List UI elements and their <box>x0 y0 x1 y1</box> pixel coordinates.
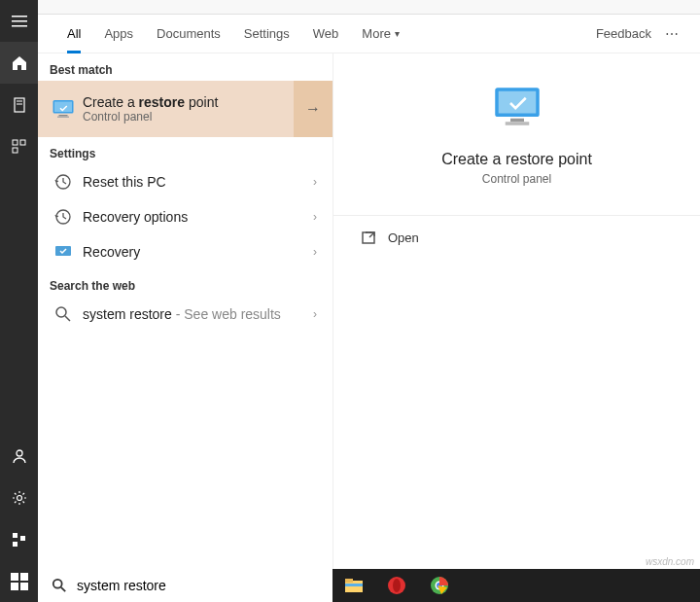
preview-subtitle: Control panel <box>482 172 551 186</box>
svg-rect-16 <box>11 583 18 590</box>
svg-rect-12 <box>20 536 25 541</box>
tab-more[interactable]: More ▾ <box>350 15 410 53</box>
result-web-search[interactable]: system restore - See web results › <box>38 297 332 332</box>
tab-settings[interactable]: Settings <box>232 15 301 53</box>
monitor-icon <box>50 97 77 121</box>
result-recovery[interactable]: Recovery › <box>38 234 332 269</box>
svg-point-25 <box>56 307 66 317</box>
apps-icon[interactable] <box>0 125 38 167</box>
history-icon <box>50 208 77 226</box>
result-label: Recovery options <box>77 209 309 225</box>
search-input[interactable] <box>77 578 319 593</box>
svg-rect-30 <box>505 122 529 125</box>
section-search-web: Search the web <box>38 269 332 297</box>
svg-line-26 <box>65 316 70 321</box>
chevron-right-icon: › <box>309 307 321 321</box>
chevron-right-icon: › <box>309 245 321 259</box>
svg-rect-6 <box>13 140 18 145</box>
opera-icon[interactable] <box>375 569 418 602</box>
svg-point-9 <box>17 450 22 456</box>
more-options-icon[interactable]: ⋯ <box>661 26 682 42</box>
open-action[interactable]: Open <box>333 216 700 259</box>
tab-documents[interactable]: Documents <box>145 15 232 53</box>
chrome-icon[interactable] <box>418 569 461 602</box>
svg-rect-13 <box>13 542 18 547</box>
expand-arrow-icon[interactable]: → <box>294 81 332 137</box>
svg-rect-14 <box>11 573 18 581</box>
svg-rect-7 <box>20 140 25 145</box>
watermark: wsxdn.com <box>646 556 694 567</box>
svg-rect-2 <box>12 25 27 27</box>
share-icon[interactable] <box>0 518 38 560</box>
svg-rect-15 <box>20 573 28 581</box>
section-settings: Settings <box>38 137 332 164</box>
svg-point-10 <box>17 495 21 500</box>
home-icon[interactable] <box>0 42 38 84</box>
monitor-icon <box>490 83 544 141</box>
result-label: Reset this PC <box>77 174 309 190</box>
preview-title: Create a restore point <box>441 151 592 168</box>
history-icon <box>50 173 77 191</box>
settings-icon[interactable] <box>0 477 38 518</box>
svg-rect-1 <box>12 20 27 22</box>
svg-point-33 <box>53 580 62 588</box>
svg-rect-21 <box>57 117 69 119</box>
svg-rect-17 <box>20 583 28 590</box>
open-label: Open <box>388 230 419 245</box>
search-icon <box>50 305 77 323</box>
svg-point-39 <box>393 579 401 592</box>
feedback-link[interactable]: Feedback <box>586 26 661 41</box>
result-recovery-options[interactable]: Recovery options › <box>38 199 332 234</box>
menu-icon[interactable] <box>0 0 38 42</box>
chevron-right-icon: › <box>309 210 321 224</box>
result-reset-pc[interactable]: Reset this PC › <box>38 164 332 199</box>
best-match-title: Create a restore point <box>83 94 294 110</box>
start-icon[interactable] <box>0 560 38 602</box>
result-label: Recovery <box>77 244 309 260</box>
svg-rect-28 <box>498 91 536 114</box>
taskbar <box>38 569 700 602</box>
svg-rect-3 <box>15 98 24 112</box>
best-match-result[interactable]: Create a restore point Control panel → <box>38 81 332 137</box>
svg-rect-20 <box>59 115 68 117</box>
chevron-right-icon: › <box>309 175 321 189</box>
search-panel: All Apps Documents Settings Web More ▾ F… <box>38 0 700 569</box>
svg-rect-8 <box>13 148 18 153</box>
search-sidebar <box>0 0 38 602</box>
browser-chrome-sliver <box>38 0 700 15</box>
preview-pane: Create a restore point Control panel Ope… <box>332 53 700 569</box>
results-list: Best match Create a restore point Contro… <box>38 53 332 569</box>
result-label: system restore - See web results <box>77 306 309 322</box>
svg-rect-37 <box>345 584 363 586</box>
search-icon <box>52 578 67 593</box>
file-explorer-icon[interactable] <box>332 569 375 602</box>
svg-rect-36 <box>345 579 353 583</box>
svg-rect-11 <box>13 533 18 538</box>
chevron-down-icon: ▾ <box>395 28 400 39</box>
section-best-match: Best match <box>38 53 332 81</box>
svg-rect-0 <box>12 16 27 18</box>
filter-tabs: All Apps Documents Settings Web More ▾ F… <box>38 15 700 53</box>
search-box[interactable] <box>38 569 332 602</box>
documents-icon[interactable] <box>0 84 38 125</box>
recovery-icon <box>50 243 77 261</box>
svg-rect-29 <box>510 119 524 123</box>
tab-all[interactable]: All <box>55 15 92 53</box>
tab-apps[interactable]: Apps <box>92 15 145 53</box>
svg-line-34 <box>61 587 65 591</box>
profile-icon[interactable] <box>0 435 38 477</box>
open-icon <box>361 230 376 245</box>
best-match-subtitle: Control panel <box>83 110 294 124</box>
tab-web[interactable]: Web <box>301 15 351 53</box>
